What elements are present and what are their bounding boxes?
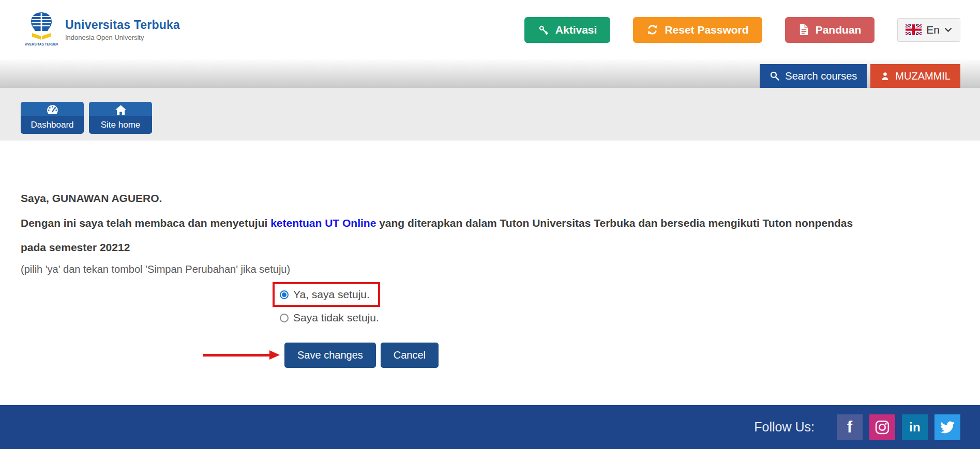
site-footer: Follow Us: f in [0,405,980,449]
panduan-label: Panduan [816,24,862,36]
consent-radio-group: Ya, saya setuju. Saya tidak setuju. [273,282,959,324]
radio-unselected-icon[interactable] [280,314,289,322]
radio-disagree[interactable]: Saya tidak setuju. [280,312,959,324]
user-menu-button[interactable]: MUZAMMIL [870,64,960,88]
consent-statement: Dengan ini saya telah membaca dan menyet… [21,211,959,259]
radio-agree[interactable]: Ya, saya setuju. [280,288,370,301]
annotation-arrow [203,354,270,357]
ketentuan-ut-online-link[interactable]: ketentuan UT Online [270,217,376,229]
ut-logo-icon: UNIVERSITAS TERBUKA [25,11,58,49]
header-actions: Aktivasi Reset Password [502,17,960,43]
breadcrumb-site-home-label: Site home [89,116,152,134]
instagram-icon[interactable] [869,414,895,440]
reset-password-button[interactable]: Reset Password [633,17,762,43]
breadcrumb-dashboard[interactable]: Dashboard [21,102,84,134]
save-changes-button[interactable]: Save changes [284,343,376,368]
site-header: UNIVERSITAS TERBUKA Universitas Terbuka … [0,0,980,59]
svg-text:UNIVERSITAS TERBUKA: UNIVERSITAS TERBUKA [25,42,58,46]
language-label: En [926,24,940,36]
dashboard-icon [46,104,59,116]
key-icon [538,24,549,36]
facebook-icon[interactable]: f [837,414,863,440]
language-selector[interactable]: En [897,18,960,42]
follow-us-label: Follow Us: [754,420,815,435]
brand-title: Universitas Terbuka [65,18,180,32]
brand-logo[interactable]: UNIVERSITAS TERBUKA Universitas Terbuka … [25,11,180,49]
home-icon [115,104,127,116]
form-actions: Save changes Cancel [284,343,959,368]
user-icon [880,71,890,81]
radio-selected-icon[interactable] [280,290,289,299]
cancel-button[interactable]: Cancel [381,343,439,368]
breadcrumb-dashboard-label: Dashboard [21,116,84,134]
refresh-icon [646,24,658,36]
radio-agree-label: Ya, saya setuju. [293,288,370,301]
aktivasi-label: Aktivasi [555,24,597,36]
instruction-text: (pilih 'ya' dan tekan tombol 'Simpan Per… [21,264,959,275]
radio-disagree-label: Saya tidak setuju. [293,312,379,324]
panduan-button[interactable]: Panduan [785,17,875,43]
secondary-navbar: Search courses MUZAMMIL [0,59,980,88]
search-courses-label: Search courses [785,70,857,82]
breadcrumb: Dashboard Site home [0,88,980,141]
main-content: Saya, GUNAWAN AGUERO. Dengan ini saya te… [0,141,980,405]
user-menu-label: MUZAMMIL [895,70,951,82]
uk-flag-icon [906,24,922,35]
statement-line2: pada semester 20212 [21,235,959,259]
reset-password-label: Reset Password [665,24,748,36]
greeting-text: Saya, GUNAWAN AGUERO. [21,141,959,205]
document-icon [798,24,809,36]
breadcrumb-site-home[interactable]: Site home [89,102,152,134]
aktivasi-button[interactable]: Aktivasi [524,17,611,43]
statement-before-link: Dengan ini saya telah membaca dan menyet… [21,217,270,229]
page: UNIVERSITAS TERBUKA Universitas Terbuka … [0,0,980,449]
chevron-down-icon [944,27,952,33]
annotation-highlight-box: Ya, saya setuju. [273,282,380,307]
twitter-icon[interactable] [934,414,960,440]
statement-after-link: yang diterapkan dalam Tuton Universitas … [376,217,853,229]
search-icon [770,71,780,81]
brand-subtitle: Indonesia Open University [65,34,180,41]
linkedin-icon[interactable]: in [902,414,928,440]
search-courses-button[interactable]: Search courses [760,64,867,88]
